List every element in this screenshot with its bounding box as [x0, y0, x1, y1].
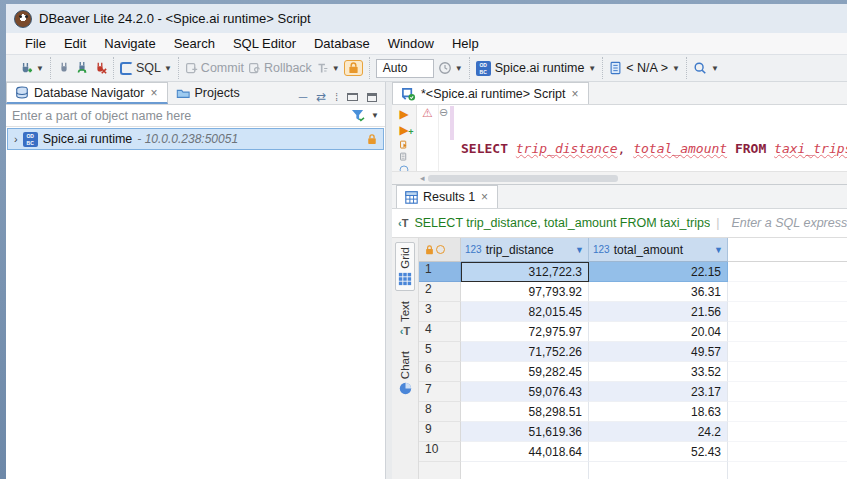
editor-hscrollbar[interactable]: ◂ [392, 171, 847, 184]
table-row[interactable]: 1044,018.6452.43 [419, 442, 847, 462]
scrollbar-thumb[interactable] [428, 175, 618, 182]
cell-trip-distance[interactable]: 72,975.97 [461, 322, 589, 342]
menu-navigate[interactable]: Navigate [95, 36, 164, 51]
cell-trip-distance[interactable]: 71,752.26 [461, 342, 589, 362]
table-row[interactable]: 297,793.9236.31 [419, 282, 847, 302]
dropdown-arrow-icon[interactable]: ▼ [371, 111, 379, 120]
close-icon[interactable]: × [149, 86, 158, 100]
collapse-all-icon[interactable]: ─ [299, 90, 308, 104]
results-grid[interactable]: 123 trip_distance ▼ 123 total_amount ▼ [419, 238, 847, 479]
table-row[interactable]: 659,282.4533.52 [419, 362, 847, 382]
reconnect-button[interactable] [75, 61, 89, 75]
table-row[interactable]: 858,298.5118.63 [419, 402, 847, 422]
view-tab-grid[interactable]: Grid [395, 242, 415, 291]
dropdown-arrow-icon[interactable]: ▼ [164, 64, 172, 73]
row-number[interactable]: 3 [419, 302, 461, 322]
execute-script-icon[interactable] [397, 140, 411, 149]
cell-total-amount[interactable]: 23.17 [589, 382, 728, 402]
row-number[interactable]: 9 [419, 422, 461, 442]
link-with-editor-icon[interactable]: ⇄ [316, 90, 326, 104]
row-number[interactable]: 1 [419, 262, 461, 282]
chevron-right-icon[interactable]: › [14, 133, 18, 145]
cell-total-amount[interactable]: 36.31 [589, 282, 728, 302]
cell-trip-distance[interactable]: 58,298.51 [461, 402, 589, 422]
cell-trip-distance[interactable]: 44,018.64 [461, 442, 589, 462]
menu-help[interactable]: Help [443, 36, 488, 51]
table-row[interactable]: 571,752.2649.57 [419, 342, 847, 362]
dropdown-arrow-icon[interactable]: ▼ [588, 64, 596, 73]
tab-sql-script[interactable]: *<Spice.ai runtime> Script × [392, 82, 589, 104]
cell-total-amount[interactable]: 21.56 [589, 302, 728, 322]
search-icon[interactable] [693, 61, 707, 75]
schema-selector[interactable]: < N/A > [626, 61, 668, 75]
row-number[interactable]: 2 [419, 282, 461, 302]
cell-total-amount[interactable]: 22.15 [589, 262, 728, 282]
table-row[interactable]: 951,619.3624.2 [419, 422, 847, 442]
menu-edit[interactable]: Edit [55, 36, 95, 51]
table-row[interactable]: 1312,722.322.15 [419, 262, 847, 282]
dropdown-arrow-icon[interactable]: ▼ [672, 64, 680, 73]
execute-statement-icon[interactable]: ▶ [399, 108, 408, 121]
view-tab-text[interactable]: Text ‹T [397, 297, 413, 341]
disconnect-button[interactable] [93, 61, 107, 75]
table-row[interactable]: 382,015.4521.56 [419, 302, 847, 322]
cell-total-amount[interactable]: 20.04 [589, 322, 728, 342]
view-menu-icon[interactable]: ⁞ [335, 92, 338, 103]
minimize-icon[interactable] [347, 93, 358, 101]
row-number[interactable]: 7 [419, 382, 461, 402]
menu-search[interactable]: Search [165, 36, 224, 51]
dropdown-arrow-icon[interactable]: ▼ [711, 64, 719, 73]
row-number[interactable]: 6 [419, 362, 461, 382]
table-row[interactable]: 759,076.4323.17 [419, 382, 847, 402]
column-header-total-amount[interactable]: 123 total_amount ▼ [589, 238, 728, 262]
menu-window[interactable]: Window [379, 36, 443, 51]
column-menu-icon[interactable]: ▼ [575, 245, 584, 255]
column-menu-icon[interactable]: ▼ [714, 245, 723, 255]
object-filter-input[interactable]: Enter a part of object name here ▼ [6, 105, 385, 127]
cell-trip-distance[interactable]: 97,793.92 [461, 282, 589, 302]
maximize-icon[interactable] [367, 93, 377, 102]
tab-database-navigator[interactable]: Database Navigator × [6, 82, 168, 104]
connect-button[interactable] [57, 61, 71, 75]
results-filter-bar[interactable]: ‹T SELECT trip_distance, total_amount FR… [392, 209, 847, 238]
tab-projects[interactable]: Projects [168, 82, 248, 104]
cell-trip-distance[interactable]: 51,619.36 [461, 422, 589, 442]
menu-file[interactable]: File [16, 36, 55, 51]
explain-plan-icon[interactable] [397, 164, 411, 171]
commit-button[interactable]: Commit [185, 61, 244, 75]
tree-item-connection[interactable]: › ODBC Spice.ai runtime - 10.0.0.238:500… [7, 128, 384, 150]
cell-total-amount[interactable]: 33.52 [589, 362, 728, 382]
close-icon[interactable]: × [480, 190, 489, 204]
connection-readonly-toggle[interactable] [344, 60, 363, 76]
new-connection-button[interactable]: ▼ [18, 61, 44, 76]
cell-total-amount[interactable]: 24.2 [589, 422, 728, 442]
sql-code-area[interactable]: SELECT trip_distance, total_amount FROM … [455, 105, 847, 171]
row-number[interactable]: 10 [419, 442, 461, 462]
fold-collapse-icon[interactable]: ⊖ [439, 106, 448, 119]
cell-total-amount[interactable]: 18.63 [589, 402, 728, 422]
sql-editor-button[interactable]: SQL ▼ [120, 61, 172, 75]
transaction-log-button[interactable]: ▼ [438, 61, 463, 75]
row-number[interactable]: 4 [419, 322, 461, 342]
dropdown-arrow-icon[interactable]: ▼ [332, 64, 340, 73]
cell-total-amount[interactable]: 49.57 [589, 342, 728, 362]
tab-results-1[interactable]: Results 1 × [396, 185, 498, 208]
column-header-trip-distance[interactable]: 123 trip_distance ▼ [461, 238, 589, 262]
sql-line-1[interactable]: SELECT trip_distance, total_amount FROM … [455, 140, 847, 157]
row-number[interactable]: 8 [419, 402, 461, 422]
view-tab-chart[interactable]: Chart [397, 347, 414, 399]
scroll-left-icon[interactable]: ◂ [392, 173, 428, 183]
script-icon[interactable] [397, 152, 411, 161]
autocommit-select[interactable]: Auto [376, 59, 434, 78]
cell-trip-distance[interactable]: 59,076.43 [461, 382, 589, 402]
transaction-mode-button[interactable]: ▼ [316, 62, 340, 75]
cell-trip-distance[interactable]: 82,015.45 [461, 302, 589, 322]
cell-trip-distance[interactable]: 59,282.45 [461, 362, 589, 382]
menu-sql-editor[interactable]: SQL Editor [224, 36, 305, 51]
rollback-button[interactable]: Rollback [248, 61, 312, 75]
execute-new-tab-icon[interactable]: ▶ [399, 124, 408, 137]
close-icon[interactable]: × [571, 87, 580, 101]
cell-trip-distance[interactable]: 312,722.3 [461, 262, 589, 282]
menu-database[interactable]: Database [305, 36, 379, 51]
filter-funnel-icon[interactable] [351, 109, 365, 122]
